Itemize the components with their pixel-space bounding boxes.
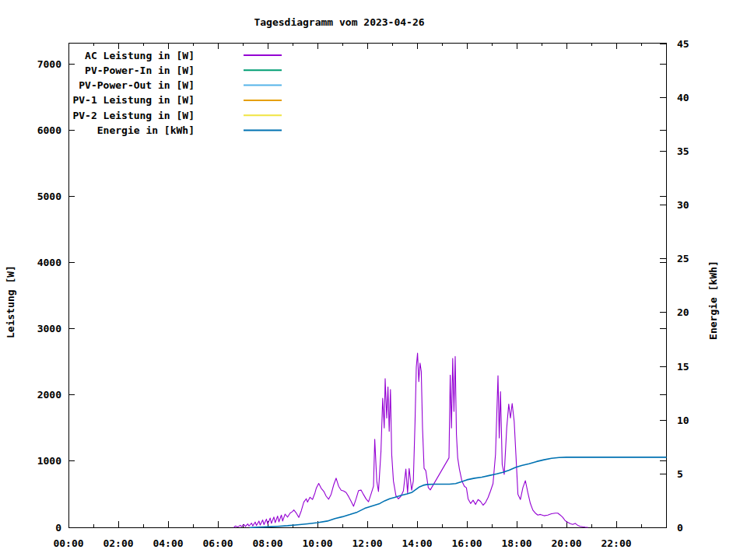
y-right-tick-label: 0 bbox=[677, 522, 683, 534]
x-tick-label: 20:00 bbox=[551, 537, 581, 549]
x-tick-label: 18:00 bbox=[501, 537, 531, 549]
x-tick-label: 16:00 bbox=[451, 537, 482, 549]
series-line-energie-in-kwh bbox=[251, 457, 666, 527]
y-left-tick-label: 3000 bbox=[37, 323, 61, 334]
x-tick-label: 12:00 bbox=[352, 537, 382, 549]
x-tick-label: 08:00 bbox=[252, 537, 282, 549]
y-right-tick-label: 20 bbox=[677, 306, 689, 318]
legend-label: Energie in [kWh] bbox=[97, 124, 195, 136]
x-tick-label: 06:00 bbox=[202, 537, 233, 549]
y-left-tick-label: 0 bbox=[55, 522, 61, 534]
y-right-tick-label: 45 bbox=[677, 38, 689, 50]
x-tick-label: 22:00 bbox=[601, 537, 631, 549]
chart-image: Tagesdiagramm vom 2023-04-26 Leistung [W… bbox=[0, 0, 747, 560]
legend-label: AC Leistung in [W] bbox=[85, 50, 195, 61]
y-left-tick-label: 7000 bbox=[37, 58, 61, 70]
legend-label: PV-1 Leistung in [W] bbox=[72, 94, 195, 106]
y-right-tick-label: 10 bbox=[677, 415, 689, 426]
series-line-ac-leistung-in-w bbox=[234, 353, 587, 527]
legend-label: PV-2 Leistung in [W] bbox=[72, 110, 195, 121]
y-right-tick-label: 5 bbox=[677, 468, 683, 480]
y-left-tick-label: 5000 bbox=[37, 191, 61, 202]
y-right-tick-label: 25 bbox=[677, 253, 689, 264]
x-tick-label: 02:00 bbox=[103, 537, 133, 549]
legend-label: PV-Power-Out in [W] bbox=[79, 79, 195, 91]
x-tick-label: 04:00 bbox=[153, 537, 183, 549]
y-right-tick-label: 35 bbox=[677, 145, 689, 157]
x-tick-label: 14:00 bbox=[402, 537, 432, 549]
y-left-tick-label: 1000 bbox=[37, 455, 61, 467]
y-left-tick-label: 6000 bbox=[37, 124, 61, 136]
x-tick-label: 10:00 bbox=[302, 537, 332, 549]
y-left-tick-label: 4000 bbox=[37, 257, 61, 268]
x-tick-label: 00:00 bbox=[53, 537, 83, 549]
legend-label: PV-Power-In in [W] bbox=[85, 65, 195, 76]
plot-area: 00:0002:0004:0006:0008:0010:0012:0014:00… bbox=[0, 0, 747, 560]
y-right-tick-label: 30 bbox=[677, 199, 689, 211]
y-right-tick-label: 15 bbox=[677, 361, 689, 373]
y-left-tick-label: 2000 bbox=[37, 389, 61, 401]
y-right-tick-label: 40 bbox=[677, 92, 689, 103]
